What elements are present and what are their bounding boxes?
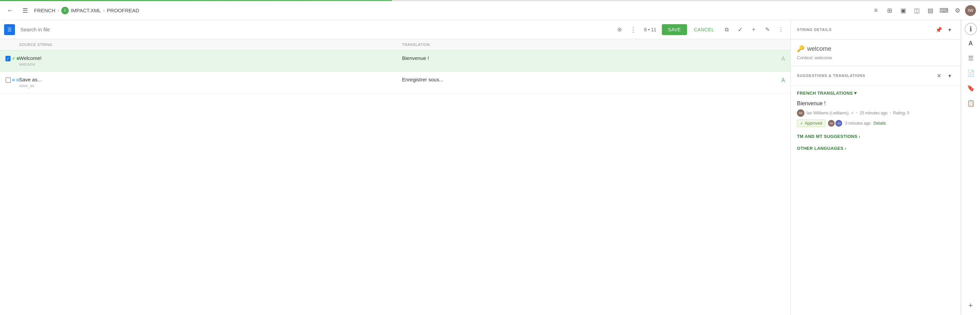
user-avatar-small: IW <box>797 109 804 117</box>
approved-label: Approved <box>805 121 822 126</box>
other-languages-link[interactable]: OTHER LANGUAGES › <box>797 146 955 151</box>
activity-icon-button[interactable]: ≡ <box>870 5 882 17</box>
comment-icon-button[interactable]: ☰ <box>964 51 978 65</box>
progress-bar <box>0 0 980 1</box>
string-details-header: STRING DETAILS 📌 ▾ <box>791 20 961 40</box>
breadcrumb-sep-2: › <box>103 8 105 14</box>
keyboard-icon-button[interactable]: ⌨ <box>938 5 950 17</box>
approver-avatars: IW JD <box>828 120 842 127</box>
col-source-header: SOURCE STRING <box>19 43 402 46</box>
time-ago: 25 minutes ago <box>859 111 888 115</box>
suggestions-close-button[interactable]: ✕ <box>934 71 943 80</box>
edit-icon-button[interactable]: ✎ <box>762 24 773 35</box>
filter-button[interactable]: ⊜ <box>614 24 625 35</box>
file-icon-button[interactable]: 📋 <box>964 96 978 110</box>
check-icon-button[interactable]: ✓ <box>735 24 746 35</box>
user-avatar[interactable]: IW <box>965 5 976 16</box>
translate-icon-button[interactable]: A <box>964 37 978 50</box>
translation-icon-2: A <box>781 77 785 83</box>
suggestion-text: Bienvenue ! <box>797 101 955 107</box>
pin-button[interactable]: 📌 <box>934 25 943 34</box>
key-name: welcome <box>807 45 831 53</box>
approved-check-1: ✓ <box>12 56 15 61</box>
row-check-area-2 <box>5 77 19 83</box>
suggestions-expand-button[interactable]: ▾ <box>945 71 955 80</box>
french-translations-label[interactable]: FRENCH TRANSLATIONS ▾ <box>797 90 955 96</box>
breadcrumb: FRENCH › I IMPACT.XML › PROOFREAD <box>34 7 139 14</box>
search-input[interactable] <box>18 25 611 34</box>
source-key-1: welcome <box>19 62 402 67</box>
breadcrumb-proofread[interactable]: PROOFREAD <box>107 8 139 13</box>
far-right-sidebar: ℹ A ☰ 📄 🔖 📋 + <box>961 20 980 315</box>
sidebar-add-button[interactable]: + <box>964 299 978 312</box>
add-icon-button[interactable]: + <box>748 24 759 35</box>
tm-mt-link[interactable]: TM AND MT SUGGESTIONS › <box>797 134 955 139</box>
document-icon-button[interactable]: 📄 <box>964 66 978 80</box>
more-icon-button[interactable]: ⋮ <box>775 24 786 35</box>
grid-icon-button[interactable]: ⊞ <box>883 5 896 17</box>
progress-fill <box>0 0 392 1</box>
other-languages-arrow: › <box>845 146 846 151</box>
translation-text-1: Bienvenue ! <box>402 55 429 61</box>
dot-sep: • <box>856 111 858 115</box>
breadcrumb-french[interactable]: FRENCH <box>34 8 56 13</box>
col-translation-header: TRANSLATION <box>402 43 785 46</box>
approver-avatar-2: JD <box>835 120 842 127</box>
translation-icon-1: A <box>781 55 785 62</box>
checkbox-1[interactable]: ✓ <box>5 56 11 61</box>
other-languages-section: OTHER LANGUAGES › <box>797 146 955 151</box>
suggestions-actions: ✕ ▾ <box>934 71 955 80</box>
status-dot-2b <box>16 79 19 82</box>
french-translations-text: FRENCH TRANSLATIONS <box>797 91 853 96</box>
status-dot-2a <box>12 79 15 82</box>
details-link[interactable]: Details <box>873 121 886 126</box>
source-key-2: save_as <box>19 83 402 88</box>
row-source-1: Welcome! welcome <box>19 55 402 67</box>
context-text: Context: welcome <box>797 55 955 60</box>
sort-button[interactable]: ⋮ <box>628 24 639 35</box>
checkbox-2[interactable] <box>5 77 11 83</box>
terminal-icon-button[interactable]: ▤ <box>924 5 937 17</box>
status-dot-1 <box>17 57 19 60</box>
row-source-2: Save as... save_as <box>19 77 402 88</box>
layout-icon-button[interactable]: ◫ <box>911 5 923 17</box>
menu-button[interactable]: ☰ <box>19 5 31 17</box>
search-icon-button[interactable]: ☰ <box>4 24 15 35</box>
impact-icon: I <box>61 7 69 14</box>
approved-check-icon: ✓ <box>800 121 803 126</box>
settings-icon-button[interactable]: ⚙ <box>951 5 964 17</box>
bookmark-icon-button[interactable]: 🔖 <box>964 82 978 95</box>
toolbar: ☰ ⊜ ⋮ 8 • 11 SAVE CANCEL ⧉ ✓ + ✎ ⋮ <box>0 20 791 39</box>
dot-sep-2: • <box>889 111 891 115</box>
other-languages-label: OTHER LANGUAGES <box>797 146 843 151</box>
right-panel: STRING DETAILS 📌 ▾ 🔑 welcome Context: we… <box>791 20 961 315</box>
monitor-icon-button[interactable]: ▣ <box>897 5 909 17</box>
row-translation-1: Bienvenue ! A <box>402 55 785 62</box>
expand-button[interactable]: ▾ <box>945 25 955 34</box>
nav-right-icons: ≡ ⊞ ▣ ◫ ▤ ⌨ ⚙ IW <box>870 5 976 17</box>
approver-time: 3 minutes ago <box>845 121 870 126</box>
approval-row: ✓ Approved IW JD 3 minutes ago Details <box>797 120 955 127</box>
source-text-2: Save as... <box>19 77 402 82</box>
string-detail-content: 🔑 welcome Context: welcome <box>791 40 961 66</box>
count-display: 8 • 11 <box>641 27 659 32</box>
info-icon-button[interactable]: ℹ <box>965 23 977 35</box>
translation-text-2: Enregistrer sous... <box>402 77 444 82</box>
suggestions-content: FRENCH TRANSLATIONS ▾ Bienvenue ! IW Ian… <box>791 85 961 315</box>
context-value-text: welcome <box>815 55 832 60</box>
tm-mt-label: TM AND MT SUGGESTIONS <box>797 134 858 139</box>
main-layout: ☰ ⊜ ⋮ 8 • 11 SAVE CANCEL ⧉ ✓ + ✎ ⋮ SOURC… <box>0 20 980 315</box>
cancel-button[interactable]: CANCEL <box>690 24 718 35</box>
save-button[interactable]: SAVE <box>662 24 687 35</box>
suggestion-meta: IW Ian Williams (i.williams) ✓ • 25 minu… <box>797 109 955 117</box>
copy-icon-button[interactable]: ⧉ <box>721 24 732 35</box>
table-row[interactable]: Save as... save_as Enregistrer sous... A <box>0 72 791 93</box>
key-icon: 🔑 <box>797 45 804 53</box>
string-details-actions: 📌 ▾ <box>934 25 955 34</box>
breadcrumb-impact[interactable]: IMPACT.XML <box>71 8 101 13</box>
tm-mt-section: TM AND MT SUGGESTIONS › <box>797 134 955 139</box>
top-nav: ← ☰ FRENCH › I IMPACT.XML › PROOFREAD ≡ … <box>0 1 980 20</box>
back-button[interactable]: ← <box>4 5 16 17</box>
table-row[interactable]: ✓ ✓ Welcome! welcome Bienvenue ! A <box>0 50 791 72</box>
row-translation-2: Enregistrer sous... A <box>402 77 785 83</box>
